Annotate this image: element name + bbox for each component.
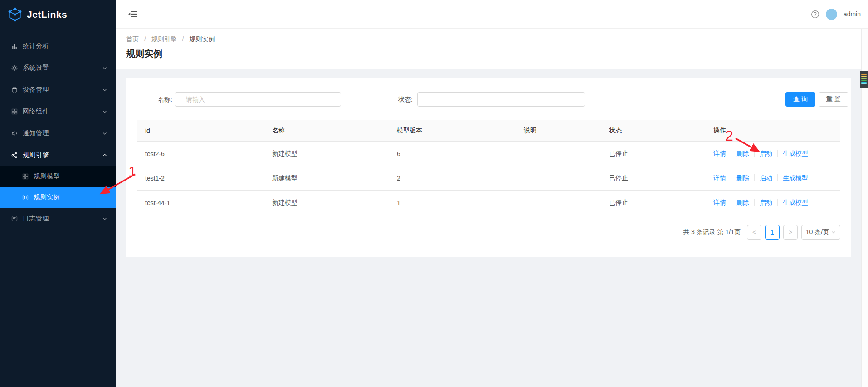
- chevron-down-icon: [102, 216, 107, 221]
- rule-engine-submenu: 规则模型 规则实例: [0, 166, 116, 208]
- page-size-select[interactable]: 10 条/页: [801, 225, 840, 240]
- sidebar-item-label: 规则引擎: [23, 151, 102, 159]
- column-header-id: id: [137, 127, 264, 134]
- main-area: admin 首页 / 规则引擎 / 规则实例 规则实例 名称: 状态: 查 询 …: [116, 0, 868, 387]
- pagination-prev-button[interactable]: <: [747, 225, 761, 240]
- table-row: test-44-1 新建模型 1 已停止 详情删除启动生成模型: [137, 191, 840, 215]
- chevron-down-icon: [831, 230, 836, 235]
- cell-name: 新建模型: [264, 150, 389, 158]
- help-icon[interactable]: [811, 10, 819, 19]
- sidebar-item-label: 网络组件: [23, 108, 102, 116]
- chevron-down-icon: [102, 109, 107, 114]
- cell-id: test-44-1: [137, 199, 264, 206]
- chevron-up-icon: [102, 152, 107, 158]
- column-header-name: 名称: [264, 127, 389, 135]
- sidebar-item-device-management[interactable]: 设备管理: [0, 79, 116, 101]
- breadcrumb-separator: /: [144, 35, 146, 43]
- action-start-link[interactable]: 启动: [754, 199, 772, 206]
- action-generate-model-link[interactable]: 生成模型: [777, 199, 808, 206]
- sidebar-item-label: 规则实例: [34, 193, 107, 201]
- reset-button[interactable]: 重 置: [819, 92, 848, 107]
- action-detail-link[interactable]: 详情: [713, 199, 726, 206]
- breadcrumb: 首页 / 规则引擎 / 规则实例: [126, 35, 215, 44]
- sidebar-item-label: 统计分析: [23, 42, 107, 50]
- chevron-down-icon: [102, 131, 107, 136]
- menu-fold-icon[interactable]: [127, 9, 137, 19]
- breadcrumb-current: 规则实例: [189, 35, 215, 43]
- color-stripe: [861, 82, 867, 83]
- color-stripe: [861, 74, 867, 75]
- device-icon: [11, 86, 18, 93]
- sidebar-item-label: 规则模型: [34, 172, 107, 181]
- page-title: 规则实例: [126, 48, 162, 60]
- cell-version: 2: [389, 175, 516, 182]
- share-icon: [11, 152, 18, 159]
- name-filter-label: 名称:: [158, 92, 172, 107]
- action-generate-model-link[interactable]: 生成模型: [777, 174, 808, 181]
- control-icon: [22, 194, 29, 201]
- column-header-version: 模型版本: [389, 127, 516, 135]
- breadcrumb-separator: /: [182, 35, 184, 43]
- user-menu[interactable]: admin: [811, 9, 868, 20]
- cell-id: test2-6: [137, 150, 264, 157]
- sidebar-item-notification-management[interactable]: 通知管理: [0, 122, 116, 144]
- color-stripe: [861, 76, 867, 77]
- topbar: admin: [116, 0, 868, 29]
- brand-logo[interactable]: JetLinks: [0, 0, 116, 29]
- avatar: [826, 9, 837, 20]
- sidebar-item-network-components[interactable]: 网络组件: [0, 101, 116, 122]
- color-stripe: [861, 83, 867, 84]
- cell-status: 已停止: [601, 150, 705, 158]
- sidebar-item-rule-instance[interactable]: 规则实例: [0, 187, 116, 208]
- color-stripe: [861, 78, 867, 79]
- bar-chart-icon: [11, 43, 18, 50]
- cell-status: 已停止: [601, 199, 705, 207]
- page-size-value: 10 条/页: [806, 228, 829, 236]
- cell-status: 已停止: [601, 174, 705, 182]
- action-detail-link[interactable]: 详情: [713, 174, 726, 181]
- sidebar-item-label: 系统设置: [23, 64, 102, 72]
- pagination-page-1[interactable]: 1: [765, 225, 780, 240]
- sidebar-item-log-management[interactable]: 日志管理: [0, 208, 116, 230]
- username: admin: [844, 10, 861, 18]
- action-detail-link[interactable]: 详情: [713, 150, 726, 157]
- color-stripe: [861, 80, 867, 81]
- action-delete-link[interactable]: 删除: [731, 199, 749, 206]
- pagination: 共 3 条记录 第 1/1页 < 1 > 10 条/页: [683, 225, 840, 240]
- breadcrumb-home[interactable]: 首页: [126, 35, 139, 43]
- pagination-next-button[interactable]: >: [783, 225, 798, 240]
- cell-version: 1: [389, 199, 516, 206]
- edge-color-widget[interactable]: [860, 71, 868, 88]
- action-delete-link[interactable]: 删除: [731, 150, 749, 157]
- sidebar-item-rule-engine[interactable]: 规则引擎: [0, 144, 116, 166]
- cell-id: test1-2: [137, 175, 264, 182]
- sidebar-menu: 统计分析 系统设置 设备管理: [0, 35, 116, 230]
- sidebar-item-statistics[interactable]: 统计分析: [0, 35, 116, 57]
- status-filter-select[interactable]: [417, 92, 585, 107]
- sidebar-item-system-settings[interactable]: 系统设置: [0, 57, 116, 79]
- breadcrumb-rule-engine[interactable]: 规则引擎: [151, 35, 177, 43]
- name-filter-input[interactable]: [175, 92, 341, 107]
- column-header-description: 说明: [516, 127, 601, 135]
- appstore-icon: [22, 173, 29, 180]
- column-header-actions: 操作: [705, 127, 840, 135]
- cell-actions: 详情删除启动生成模型: [705, 174, 840, 182]
- sound-icon: [11, 130, 18, 137]
- cell-version: 6: [389, 150, 516, 157]
- sidebar: JetLinks 统计分析 系统设置 设备: [0, 0, 116, 387]
- search-button[interactable]: 查 询: [785, 92, 815, 107]
- column-header-status: 状态: [601, 127, 705, 135]
- status-filter-label: 状态:: [398, 92, 413, 107]
- chevron-down-icon: [102, 87, 107, 93]
- action-start-link[interactable]: 启动: [754, 174, 772, 181]
- color-stripe: [861, 73, 867, 73]
- action-start-link[interactable]: 启动: [754, 150, 772, 157]
- action-delete-link[interactable]: 删除: [731, 174, 749, 181]
- chevron-down-icon: [102, 65, 107, 71]
- sidebar-item-label: 设备管理: [23, 86, 102, 94]
- brand-name: JetLinks: [27, 9, 67, 20]
- action-generate-model-link[interactable]: 生成模型: [777, 150, 808, 157]
- sidebar-item-rule-model[interactable]: 规则模型: [0, 166, 116, 187]
- cell-name: 新建模型: [264, 199, 389, 207]
- table-row: test2-6 新建模型 6 已停止 详情删除启动生成模型: [137, 142, 840, 166]
